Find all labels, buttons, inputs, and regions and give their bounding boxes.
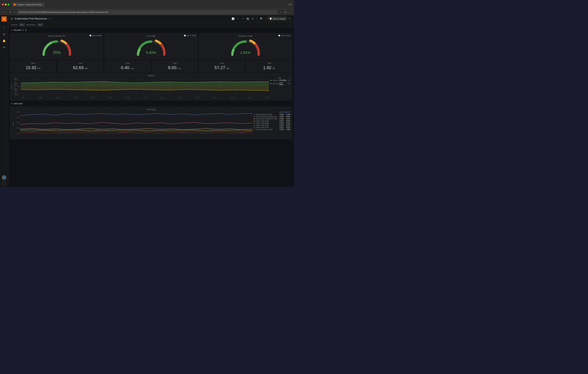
share-button[interactable]: ↗ — [241, 17, 244, 21]
home-button[interactable]: ⌂ — [13, 11, 16, 14]
star-button[interactable]: ☆ — [236, 17, 240, 21]
sidebar-item-alerts[interactable]: 🔔 — [1, 38, 7, 43]
help-button[interactable]: ? — [2, 181, 6, 185]
stat-fs-total: Total 1.92 TiB — [246, 61, 292, 72]
cpu-series-name: prometheus-985cd7c77-766sc — [256, 118, 277, 120]
x-label-3: 17:05 — [73, 97, 77, 98]
cpu-series-color-icon — [253, 125, 255, 125]
grafana-logo[interactable]: ☀ — [1, 16, 7, 22]
memory-gauge: 25% — [12, 38, 101, 58]
section-gear-icon[interactable]: ⚙ — [22, 29, 24, 31]
maximize-button[interactable] — [8, 4, 9, 5]
browser-tab[interactable]: Grafana – Kubernetes Pod Re... — [12, 2, 45, 7]
cpu-series-name: calico-node-64btj — [256, 124, 277, 126]
sidebar-item-settings[interactable]: ⚙ — [1, 45, 7, 50]
cpu-legend-row: kube-apiserver-master 0.040 0.040 — [253, 114, 290, 115]
y-label-1: 1.0 MBps — [14, 81, 20, 85]
user-label: 陈某 — [288, 3, 292, 6]
namespace-value: All — [39, 24, 41, 26]
stat-memory-used-label: Used — [12, 62, 54, 64]
tab-favicon — [14, 3, 16, 6]
traffic-lights — [2, 4, 9, 5]
dashboard-dropdown-arrow[interactable]: ▾ — [49, 18, 50, 20]
browser-chrome: Grafana – Kubernetes Pod Re... 陈某 — [0, 0, 294, 9]
svg-text:2.91%: 2.91% — [240, 51, 251, 55]
cpu-y-2: 0.03 — [17, 122, 20, 123]
reload-button[interactable]: ↻ — [9, 11, 12, 14]
instance-dropdown[interactable]: All ▾ — [19, 23, 25, 26]
cpu-series-avg: 0.015 — [278, 124, 284, 126]
minimize-button[interactable] — [5, 4, 7, 5]
time-range-picker[interactable]: 🕐 Last 15 minutes — [268, 17, 287, 21]
all-pods-title: all pods — [14, 29, 21, 31]
legend-avg-header: avg — [278, 77, 281, 79]
dashboards-icon: ⊞ — [3, 33, 5, 36]
cpu-series-avg: 0.011 — [278, 127, 284, 128]
cpu-series-name: kube-apiserver-master — [256, 114, 277, 115]
menu-button[interactable]: ⋮ — [288, 11, 292, 14]
x-label-6: 17:08 — [126, 97, 129, 98]
next-time-button[interactable]: › — [265, 17, 267, 21]
cpu-series-current: 0.040 — [284, 114, 290, 115]
cpu-legend-row: calico-node-64btj 0.015 0.013 — [253, 124, 290, 126]
cpu-series-color-icon — [253, 114, 255, 115]
section-delete-icon[interactable]: 🗑 — [25, 29, 27, 31]
user-avatar[interactable]: 👤 — [2, 175, 6, 180]
y-label-4: -2.0 MBps — [14, 92, 20, 95]
receive-line-icon — [270, 80, 272, 81]
stat-memory-total: Total 62.69 GiB — [57, 61, 103, 72]
stat-cpu-used-label: Used — [107, 62, 148, 64]
each-pod-title: each pod — [14, 102, 23, 105]
each-pod-header: ▼ each pod — [8, 101, 294, 106]
dashboard-settings-button[interactable]: ⚙ — [251, 17, 255, 21]
x-label-2: 17:04 — [56, 97, 60, 98]
grid-icon: ⊞ — [11, 17, 13, 20]
collapse-icon[interactable]: ▼ — [11, 29, 13, 31]
share-dashboard-button[interactable]: 📊 — [231, 17, 235, 21]
cpu-y-4: 0.01 — [17, 132, 20, 134]
back-button[interactable]: ‹ — [2, 11, 4, 14]
cpu-series-current: 0.012 — [284, 127, 290, 128]
clock-icon-fs: 🕐 — [278, 35, 280, 36]
cpu-panel: Cpu Usage 🕐 Last 1 minute 5.00% — [105, 33, 198, 60]
legend-headers: avg c — [270, 77, 290, 79]
bookmark-button[interactable]: ☆ — [279, 11, 283, 14]
y-label-0: 2.0 MBps — [14, 77, 20, 80]
tab-title: Grafana – Kubernetes Pod Re... — [17, 4, 43, 6]
sidebar-item-dashboards[interactable]: ⊞ — [1, 32, 7, 37]
namespace-arrow-icon: ▾ — [41, 24, 42, 26]
cpu-chart-title: Cpu Usage — [12, 108, 290, 110]
forward-button[interactable]: › — [5, 11, 8, 14]
svg-text:25%: 25% — [53, 50, 61, 55]
each-pod-collapse-icon[interactable]: ▼ — [11, 102, 13, 105]
network-y-labels: 2.0 MBps 1.0 MBps 0 Bps -1.0 MBps -2.0 M… — [14, 77, 21, 95]
cpu-avg-header: avg — [279, 111, 282, 113]
svg-text:5.00%: 5.00% — [146, 51, 156, 55]
filesystem-gauge: 2.91% — [201, 38, 290, 58]
namespace-dropdown[interactable]: All ▾ — [38, 23, 43, 26]
refresh-button[interactable]: ↻ — [288, 17, 291, 21]
close-button[interactable] — [2, 4, 4, 5]
cpu-time-badge: 🕐 Last 1 minute — [184, 35, 196, 36]
x-label-5: 17:07 — [108, 97, 112, 98]
zoom-button[interactable]: 🔍 — [259, 17, 263, 21]
x-label-0: 17:02 — [21, 97, 25, 98]
cpu-y-1: 0.04 — [17, 117, 20, 118]
cpu-current-header: current ▾ — [283, 111, 290, 113]
stat-cpu-total-label: Total — [154, 62, 196, 64]
sidebar-item-add[interactable]: + — [1, 25, 7, 30]
x-label-7: 17:09 — [143, 97, 147, 98]
cpu-series-color-icon — [253, 123, 255, 123]
cpu-series-color-icon — [253, 127, 255, 128]
cpu-gauge: 5.00% — [106, 38, 196, 58]
extensions-button[interactable]: ⊞ — [284, 11, 287, 14]
filesystem-time-badge: 🕐 Last 1 minute — [278, 35, 291, 36]
cpu-legend-rows: kube-apiserver-master 0.040 0.040 kube-c… — [253, 114, 290, 130]
prev-time-button[interactable]: ‹ — [256, 17, 258, 21]
address-input[interactable] — [17, 10, 278, 14]
x-label-12: 17:14 — [230, 97, 234, 98]
cpu-series-name: calico-node-8wqtc — [256, 122, 277, 124]
snapshot-button[interactable]: 📷 — [246, 17, 250, 21]
legend-current-header: c — [289, 77, 290, 79]
help-icon: ? — [3, 182, 4, 184]
